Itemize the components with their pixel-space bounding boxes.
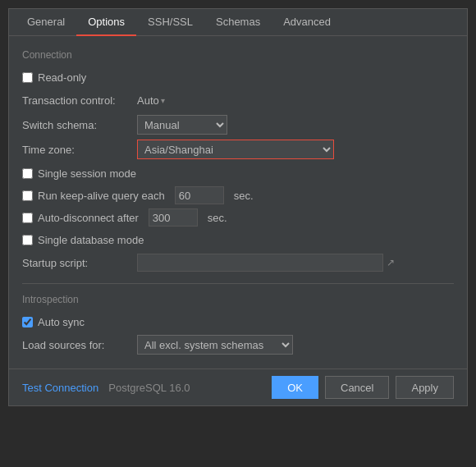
footer-buttons: OK Cancel Apply: [272, 376, 454, 399]
tab-bar: General Options SSH/SSL Schemas Advanced: [9, 9, 467, 36]
switch-schema-select[interactable]: Manual: [137, 115, 227, 135]
autodisconnect-label[interactable]: Auto-disconnect after: [38, 212, 139, 224]
introspection-section-label: Introspection: [22, 294, 454, 305]
timezone-row: Time zone: Asia/Shanghai: [22, 139, 454, 160]
single-session-row: Single session mode: [22, 163, 454, 183]
autodisconnect-input[interactable]: 300: [149, 208, 198, 227]
autosync-checkbox[interactable]: [22, 317, 33, 327]
options-content: Connection Read-only Transaction control…: [9, 36, 467, 369]
cancel-button[interactable]: Cancel: [325, 376, 389, 399]
timezone-select[interactable]: Asia/Shanghai: [137, 140, 334, 159]
keepalive-row: Run keep-alive query each 60 sec.: [22, 185, 454, 205]
switch-schema-label: Switch schema:: [22, 119, 137, 131]
ok-button[interactable]: OK: [272, 376, 318, 399]
keepalive-checkbox[interactable]: [22, 190, 33, 201]
startup-label: Startup script:: [22, 257, 137, 269]
tab-advanced[interactable]: Advanced: [272, 9, 342, 35]
single-session-label[interactable]: Single session mode: [38, 167, 136, 180]
test-connection-link[interactable]: Test Connection: [22, 382, 98, 394]
pg-version-label: PostgreSQL 16.0: [108, 382, 190, 394]
transaction-label: Transaction control:: [22, 94, 137, 107]
tab-schemas[interactable]: Schemas: [204, 9, 272, 35]
loadsrc-row: Load sources for: All excl. system schem…: [22, 334, 454, 355]
loadsrc-label: Load sources for:: [22, 339, 137, 351]
footer: Test Connection PostgreSQL 16.0 OK Cance…: [9, 369, 467, 405]
connection-section-label: Connection: [22, 49, 454, 61]
autosync-label[interactable]: Auto sync: [38, 316, 85, 328]
startup-row: Startup script: ↗: [22, 252, 454, 273]
expand-icon[interactable]: ↗: [387, 257, 395, 268]
transaction-value: Auto: [137, 94, 159, 107]
single-db-label[interactable]: Single database mode: [38, 234, 144, 246]
keepalive-input[interactable]: 60: [175, 186, 224, 204]
switch-schema-row: Switch schema: Manual: [22, 114, 454, 135]
autodisconnect-checkbox[interactable]: [22, 213, 33, 223]
tab-sshssl[interactable]: SSH/SSL: [136, 9, 204, 35]
autodisconnect-unit: sec.: [208, 212, 227, 224]
single-db-row: Single database mode: [22, 230, 454, 250]
autosync-row: Auto sync: [22, 312, 454, 332]
transaction-dropdown[interactable]: Auto ▾: [137, 94, 165, 107]
single-session-checkbox[interactable]: [22, 168, 33, 179]
tab-options[interactable]: Options: [76, 9, 136, 36]
divider: [22, 283, 454, 284]
keepalive-unit: sec.: [234, 190, 254, 202]
transaction-row: Transaction control: Auto ▾: [22, 89, 454, 111]
loadsrc-select[interactable]: All excl. system schemas: [137, 335, 293, 355]
startup-input[interactable]: [137, 254, 383, 272]
readonly-label[interactable]: Read-only: [38, 71, 86, 84]
autodisconnect-row: Auto-disconnect after 300 sec.: [22, 208, 454, 227]
readonly-row: Read-only: [22, 67, 454, 87]
tab-general[interactable]: General: [16, 9, 76, 35]
apply-button[interactable]: Apply: [396, 376, 454, 399]
timezone-label: Time zone:: [22, 144, 137, 156]
single-db-checkbox[interactable]: [22, 235, 33, 245]
keepalive-label[interactable]: Run keep-alive query each: [38, 190, 165, 202]
readonly-checkbox[interactable]: [22, 72, 33, 83]
chevron-down-icon: ▾: [161, 96, 165, 105]
